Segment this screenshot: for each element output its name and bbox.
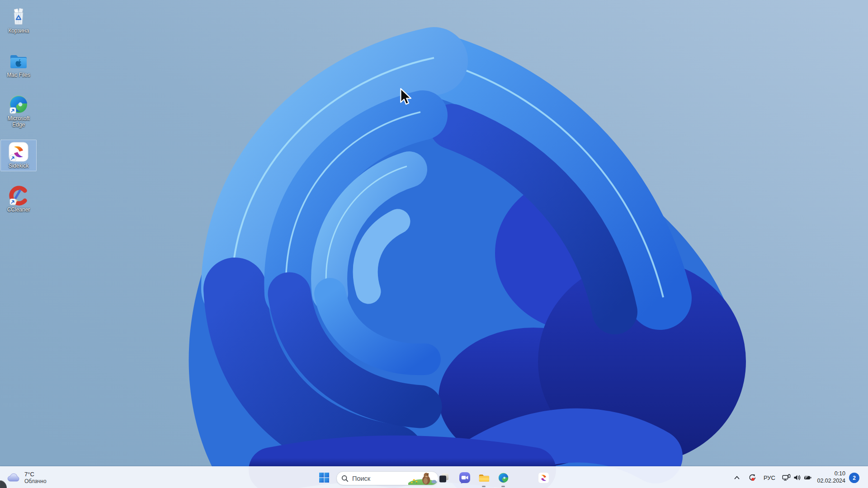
tray-system-icons-button[interactable] xyxy=(778,469,816,487)
file-explorer-icon xyxy=(478,472,490,483)
edge-icon xyxy=(497,472,509,484)
task-view-icon xyxy=(439,472,449,483)
edge-taskbar-button[interactable] xyxy=(494,469,512,487)
desktop-icon-recycle-bin[interactable]: Корзина xyxy=(0,5,37,36)
recycle-bin-icon xyxy=(8,6,29,28)
windows-logo-icon xyxy=(319,472,330,483)
desktop-icon-label: Microsoft Edge xyxy=(1,116,36,128)
cloud-icon xyxy=(6,472,21,483)
search-highlight-groundhog-illustration xyxy=(408,472,438,485)
tray-sync-record-button[interactable] xyxy=(745,469,760,487)
notification-count: 2 xyxy=(853,475,856,481)
search-box[interactable]: Поиск xyxy=(336,471,439,485)
tray-overflow-button[interactable] xyxy=(731,469,743,487)
weather-temperature: 7°C xyxy=(24,471,47,478)
chat-button[interactable] xyxy=(456,469,474,487)
desktop-icon-label: CCleaner xyxy=(1,207,36,213)
desktop-icon-label: Корзина xyxy=(1,28,36,34)
mac-files-folder-icon xyxy=(8,50,29,72)
windows-desktop: Корзина Mac Files Microsoft Edge xyxy=(0,0,868,488)
running-indicator-edge xyxy=(501,486,505,487)
running-indicator-file-explorer xyxy=(482,486,486,487)
file-explorer-button[interactable] xyxy=(475,469,493,487)
clock-date: 02.02.2024 xyxy=(814,477,845,484)
sidekick-icon xyxy=(538,472,550,484)
widgets-weather-button[interactable]: 7°C Облачно xyxy=(2,469,79,487)
desktop-icon-ccleaner[interactable]: CCleaner xyxy=(0,183,37,215)
search-placeholder: Поиск xyxy=(352,475,408,482)
magnifier-icon xyxy=(341,475,349,482)
network-icon xyxy=(782,474,791,481)
desktop-icon-microsoft-edge[interactable]: Microsoft Edge xyxy=(0,92,37,130)
start-button[interactable] xyxy=(315,469,333,487)
clock-time: 0:10 xyxy=(814,470,845,477)
edge-icon xyxy=(8,94,29,115)
weather-condition: Облачно xyxy=(24,478,47,484)
desktop-icon-sidekick[interactable]: Sidekick xyxy=(0,140,37,171)
chat-icon xyxy=(459,472,471,483)
wallpaper-bloom xyxy=(0,0,868,488)
desktop-icon-label: Mac Files xyxy=(1,72,36,79)
battery-charging-icon xyxy=(803,474,812,481)
sidekick-icon xyxy=(8,141,29,163)
notification-count-badge[interactable]: 2 xyxy=(849,473,859,483)
taskbar: 7°C Облачно Поиск xyxy=(0,466,868,488)
clock[interactable]: 0:10 02.02.2024 xyxy=(814,470,845,485)
language-indicator[interactable]: РУС xyxy=(761,469,778,487)
language-label: РУС xyxy=(764,474,775,481)
ccleaner-icon xyxy=(8,185,29,206)
desktop-icon-label: Sidekick xyxy=(1,163,36,169)
sync-record-icon xyxy=(748,474,756,482)
sidekick-taskbar-button[interactable] xyxy=(534,469,552,487)
chevron-up-icon xyxy=(733,474,741,481)
task-view-button[interactable] xyxy=(435,469,453,487)
volume-icon xyxy=(793,474,801,481)
desktop-icon-mac-files[interactable]: Mac Files xyxy=(0,49,37,80)
